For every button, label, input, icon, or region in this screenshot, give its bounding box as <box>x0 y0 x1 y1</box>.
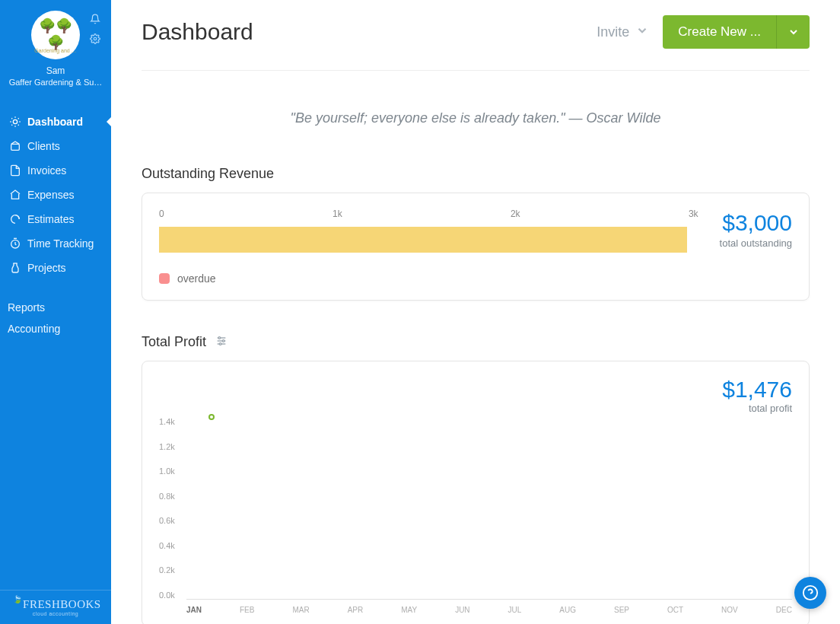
revenue-card: 0 1k 2k 3k overdue $3,000 total outstand… <box>142 193 810 301</box>
tick: 0 <box>159 209 164 219</box>
total-profit-label: total profit <box>159 403 792 414</box>
sidebar: 🌳🌳🌳 Gardening and … Sam Gaffer Gardening… <box>0 0 111 624</box>
revenue-ticks: 0 1k 2k 3k <box>159 209 698 219</box>
y-tick: 0.6k <box>159 516 175 525</box>
revenue-total: $3,000 total outstanding <box>720 209 792 285</box>
chevron-down-icon <box>635 24 649 41</box>
svg-point-1 <box>13 119 17 123</box>
profit-total: $1,476 total profit <box>159 377 792 414</box>
invite-label: Invite <box>597 24 629 40</box>
create-dropdown-button[interactable] <box>776 15 810 49</box>
legend-swatch-overdue <box>159 273 170 284</box>
revenue-bar <box>159 227 698 253</box>
x-label: JUN <box>455 606 469 614</box>
total-outstanding-label: total outstanding <box>720 237 792 249</box>
nav-dashboard[interactable]: Dashboard <box>0 110 111 134</box>
profit-section-title: Total Profit <box>142 334 810 350</box>
projects-icon <box>8 262 23 274</box>
x-label: NOV <box>721 606 738 614</box>
nav-label: Expenses <box>27 189 74 201</box>
y-axis: 1.4k1.2k1.0k0.8k0.6k0.4k0.2k0.0k <box>159 417 175 600</box>
nav-label: Reports <box>8 301 45 314</box>
primary-nav: Dashboard Clients Invoices Expenses Esti… <box>0 110 111 280</box>
invite-button[interactable]: Invite <box>597 24 649 41</box>
total-profit-amount: $1,476 <box>159 377 792 403</box>
avatar-icon: 🌳🌳🌳 <box>31 18 80 51</box>
y-tick: 0.2k <box>159 565 175 575</box>
create-new-button[interactable]: Create New ... <box>663 15 776 49</box>
revenue-bar-fill <box>159 227 687 253</box>
svg-rect-2 <box>11 144 20 150</box>
revenue-legend: overdue <box>159 272 698 285</box>
nav-clients[interactable]: Clients <box>0 134 111 158</box>
quote: "Be yourself; everyone else is already t… <box>142 71 810 166</box>
brand-logo: 🍃 FRESHBOOKS <box>0 598 111 611</box>
nav-label: Time Tracking <box>27 237 94 250</box>
page-title: Dashboard <box>142 19 253 45</box>
brand-tagline: cloud accounting <box>0 611 111 616</box>
nav-label: Clients <box>27 140 60 152</box>
sidebar-header: 🌳🌳🌳 Gardening and … Sam Gaffer Gardening… <box>0 0 111 93</box>
svg-point-8 <box>222 340 224 342</box>
x-label: APR <box>348 606 364 614</box>
avatar-label: Gardening and … <box>31 48 80 53</box>
user-name: Sam <box>0 65 111 76</box>
y-tick: 0.0k <box>159 591 175 600</box>
nav-label: Projects <box>27 262 66 274</box>
nav-estimates[interactable]: Estimates <box>0 207 111 231</box>
nav-label: Dashboard <box>27 116 83 128</box>
x-label: FEB <box>240 606 254 614</box>
create-button-group: Create New ... <box>663 15 810 49</box>
page-header: Dashboard Invite Create New ... <box>142 15 810 71</box>
nav-label: Accounting <box>8 323 60 335</box>
main: Dashboard Invite Create New ... "Be your… <box>111 0 840 624</box>
nav-time-tracking[interactable]: Time Tracking <box>0 231 111 256</box>
x-label: OCT <box>667 606 683 614</box>
x-label: JUL <box>508 606 522 614</box>
svg-point-9 <box>219 343 221 345</box>
avatar[interactable]: 🌳🌳🌳 Gardening and … <box>31 11 80 59</box>
time-tracking-icon <box>8 237 23 250</box>
legend-label: overdue <box>177 272 216 285</box>
header-actions: Invite Create New ... <box>597 15 810 49</box>
y-tick: 1.0k <box>159 466 175 476</box>
profit-data-point <box>208 414 215 420</box>
nav-projects[interactable]: Projects <box>0 256 111 280</box>
invoices-icon <box>8 164 23 177</box>
x-label: AUG <box>559 606 576 614</box>
nav-expenses[interactable]: Expenses <box>0 183 111 207</box>
revenue-section-title: Outstanding Revenue <box>142 166 810 182</box>
x-label: SEP <box>614 606 629 614</box>
profit-chart: 1.4k1.2k1.0k0.8k0.6k0.4k0.2k0.0k JANFEBM… <box>159 417 792 615</box>
tick: 2k <box>511 209 520 219</box>
x-label: MAR <box>292 606 309 614</box>
x-label: JAN <box>186 606 202 614</box>
x-axis: JANFEBMARAPRMAYJUNJULAUGSEPOCTNOVDEC <box>186 600 792 614</box>
settings-icon[interactable] <box>90 33 100 46</box>
revenue-chart: 0 1k 2k 3k overdue <box>159 209 698 285</box>
filter-icon[interactable] <box>215 335 228 349</box>
sidebar-footer: 🍃 FRESHBOOKS cloud accounting <box>0 590 111 621</box>
x-label: DEC <box>776 606 792 614</box>
nav-invoices[interactable]: Invoices <box>0 158 111 183</box>
profit-card: $1,476 total profit 1.4k1.2k1.0k0.8k0.6k… <box>142 361 810 624</box>
plot-area <box>186 417 792 600</box>
y-tick: 1.2k <box>159 442 175 451</box>
estimates-icon <box>8 213 23 225</box>
secondary-nav: Reports Accounting <box>0 297 111 339</box>
y-tick: 0.8k <box>159 492 175 501</box>
company-name: Gaffer Gardening & Su… <box>0 78 111 87</box>
help-button[interactable] <box>794 577 826 609</box>
tick: 3k <box>689 209 698 219</box>
x-label: MAY <box>401 606 417 614</box>
nav-label: Estimates <box>27 213 74 225</box>
clients-icon <box>8 140 23 152</box>
total-outstanding-amount: $3,000 <box>720 210 792 236</box>
notifications-icon[interactable] <box>90 14 100 27</box>
tick: 1k <box>332 209 342 219</box>
nav-accounting[interactable]: Accounting <box>0 318 111 339</box>
nav-reports[interactable]: Reports <box>0 297 111 318</box>
svg-point-0 <box>94 37 97 40</box>
nav-label: Invoices <box>27 164 66 177</box>
expenses-icon <box>8 189 23 201</box>
